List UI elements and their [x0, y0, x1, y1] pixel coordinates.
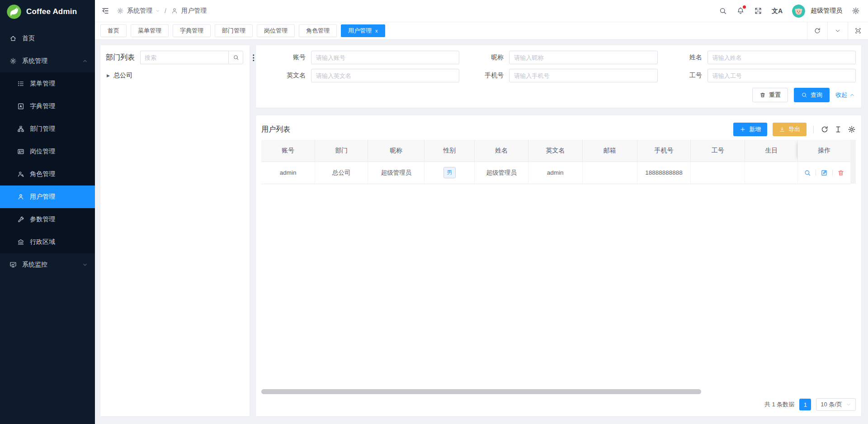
query-button[interactable]: 查询 [794, 88, 830, 102]
export-button[interactable]: 导出 [773, 123, 807, 136]
column-header[interactable]: 昵称 [368, 140, 425, 162]
trash-icon [760, 92, 766, 98]
cell-name: 超级管理员 [475, 162, 528, 184]
table-settings-gear-icon[interactable] [848, 125, 856, 133]
sidebar-item-menu-management[interactable]: 菜单管理 [0, 72, 95, 95]
page-size-select[interactable]: 10 条/页 [816, 398, 856, 411]
wrench-icon [17, 216, 24, 223]
sidebar-item-dict-management[interactable]: 字典管理 [0, 95, 95, 118]
sidebar-item-label: 字典管理 [30, 102, 55, 110]
brand[interactable]: Coffee Admin [0, 0, 95, 24]
account-input[interactable] [311, 51, 459, 64]
refresh-table-icon[interactable] [821, 125, 829, 133]
tab-options-dropdown[interactable] [827, 22, 848, 39]
sidebar-item-user-management[interactable]: 用户管理 [0, 186, 95, 208]
bank-icon [17, 238, 24, 246]
name-input[interactable] [708, 51, 856, 64]
collapse-form-link[interactable]: 收起 [835, 91, 855, 99]
fullscreen-icon[interactable] [754, 7, 762, 15]
chevron-up-icon [849, 92, 855, 98]
org-chart-icon [17, 125, 24, 133]
horizontal-scrollbar-thumb[interactable] [261, 389, 701, 394]
tab-dept-management[interactable]: 部门管理 [215, 24, 253, 37]
tabbar: 首页 菜单管理 字典管理 部门管理 岗位管理 角色管理 用户管理 x [95, 22, 868, 40]
tree-node-head-office[interactable]: ▶ 总公司 [106, 71, 244, 80]
avatar[interactable] [792, 5, 805, 18]
current-user-name[interactable]: 超级管理员 [811, 7, 842, 15]
breadcrumb-section-label: 系统管理 [127, 7, 152, 15]
tab-post-management[interactable]: 岗位管理 [257, 24, 295, 37]
refresh-tab-button[interactable] [807, 22, 827, 39]
maximize-content-button[interactable] [848, 22, 868, 39]
settings-gear-icon[interactable] [852, 7, 860, 15]
sidebar-item-home[interactable]: 首页 [0, 27, 95, 50]
field-label: 账号 [261, 53, 311, 62]
vertical-scrollbar-gutter [850, 140, 856, 184]
translate-icon[interactable]: 文A [772, 8, 783, 14]
notifications-button[interactable] [736, 7, 745, 15]
sidebar-item-param-management[interactable]: 参数管理 [0, 208, 95, 231]
edit-row-icon[interactable] [821, 169, 828, 176]
delete-row-icon[interactable] [837, 169, 844, 176]
tab-home[interactable]: 首页 [100, 24, 127, 37]
tab-menu-management[interactable]: 菜单管理 [131, 24, 169, 37]
sidebar-item-admin-region[interactable]: 行政区域 [0, 231, 95, 253]
column-header[interactable]: 部门 [315, 140, 368, 162]
column-header[interactable]: 英文名 [528, 140, 582, 162]
sidebar-submenu: 菜单管理 字典管理 部门管理 岗位管理 角色管理 [0, 72, 95, 253]
user-list-header: 用户列表 新增 导出 [261, 119, 856, 140]
column-header[interactable]: 性别 [425, 140, 475, 162]
pagination: 共 1 条数据 1 10 条/页 [261, 396, 856, 413]
caret-right-icon[interactable]: ▶ [107, 73, 110, 78]
open-tabs: 首页 菜单管理 字典管理 部门管理 岗位管理 角色管理 用户管理 x [100, 24, 385, 37]
cell-job-number [691, 162, 745, 184]
phone-input[interactable] [509, 69, 657, 82]
sidebar-item-label: 角色管理 [30, 170, 55, 178]
sidebar-item-label: 首页 [22, 34, 35, 43]
chevron-down-icon [846, 402, 851, 407]
tab-dict-management[interactable]: 字典管理 [173, 24, 211, 37]
table-row[interactable]: admin 总公司 超级管理员 男 超级管理员 admin 1888888888… [261, 162, 850, 184]
sidebar-item-post-management[interactable]: 岗位管理 [0, 140, 95, 163]
column-header[interactable]: 姓名 [475, 140, 528, 162]
tree-panel-header: 部门列表 ⋮ [106, 51, 244, 64]
tab-user-management[interactable]: 用户管理 x [341, 24, 385, 37]
column-header[interactable]: 账号 [261, 140, 315, 162]
page-size-value: 10 条/页 [821, 400, 842, 409]
column-header[interactable]: 生日 [745, 140, 798, 162]
nickname-input[interactable] [509, 51, 657, 64]
english-name-input[interactable] [311, 69, 459, 82]
notification-badge [743, 5, 746, 9]
row-height-icon[interactable] [834, 125, 842, 133]
tab-label: 部门管理 [222, 27, 245, 35]
sidebar-item-label: 部门管理 [30, 125, 55, 133]
dictionary-icon [17, 103, 24, 110]
sidebar-item-dept-management[interactable]: 部门管理 [0, 118, 95, 140]
breadcrumb-section[interactable]: 系统管理 [117, 7, 160, 15]
collapse-link-label: 收起 [835, 91, 847, 99]
search-icon [801, 92, 807, 98]
sidebar-item-label: 岗位管理 [30, 148, 55, 156]
tree-search-button[interactable] [228, 51, 243, 64]
sidebar-item-role-management[interactable]: 角色管理 [0, 163, 95, 186]
collapse-sidebar-icon[interactable] [101, 7, 109, 15]
column-header[interactable]: 工号 [691, 140, 745, 162]
job-number-input[interactable] [708, 69, 856, 82]
search-icon[interactable] [719, 7, 727, 15]
view-row-icon[interactable] [804, 169, 811, 176]
column-header[interactable]: 手机号 [637, 140, 691, 162]
column-header[interactable]: 邮箱 [582, 140, 637, 162]
page-1-button[interactable]: 1 [799, 399, 811, 410]
chevron-down-icon [156, 9, 160, 13]
breadcrumb-separator: / [165, 7, 166, 14]
search-form-panel: 账号 昵称 姓名 英文名 [256, 45, 861, 108]
reset-button[interactable]: 重置 [752, 88, 788, 102]
close-tab-icon[interactable]: x [375, 29, 378, 33]
sidebar-item-system-management[interactable]: 系统管理 [0, 50, 95, 72]
tab-label: 菜单管理 [138, 27, 161, 35]
tab-role-management[interactable]: 角色管理 [299, 24, 337, 37]
add-user-button[interactable]: 新增 [733, 123, 767, 136]
tree-search-input[interactable] [140, 51, 228, 64]
field-phone: 手机号 [459, 69, 657, 82]
sidebar-item-system-monitor[interactable]: 系统监控 [0, 253, 95, 276]
